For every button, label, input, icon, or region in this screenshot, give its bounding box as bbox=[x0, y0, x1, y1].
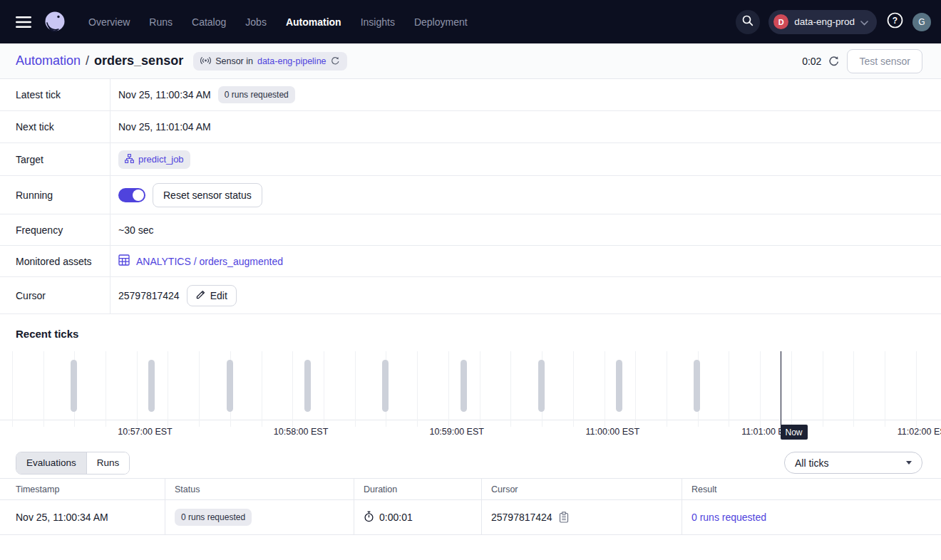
nav-item-catalog[interactable]: Catalog bbox=[192, 16, 226, 28]
column-header-status: Status bbox=[165, 479, 354, 499]
frequency-label: Frequency bbox=[0, 214, 110, 245]
chart-gridline bbox=[324, 351, 324, 427]
cursor-label: Cursor bbox=[0, 277, 110, 313]
running-toggle[interactable] bbox=[118, 188, 145, 202]
help-icon: ? bbox=[887, 12, 903, 31]
chart-axis-label: 10:59:00 EST bbox=[429, 427, 483, 437]
chart-gridline bbox=[823, 351, 823, 427]
chart-gridline bbox=[667, 351, 667, 427]
sensor-signal-icon bbox=[200, 55, 211, 68]
deployment-switcher[interactable]: D data-eng-prod bbox=[768, 10, 877, 34]
tab-evaluations[interactable]: Evaluations bbox=[16, 452, 86, 474]
table-header-row: Timestamp Status Duration Cursor Result bbox=[0, 479, 941, 500]
target-job-name: predict_job bbox=[138, 154, 184, 165]
chart-gridline bbox=[355, 351, 356, 427]
nav-item-automation[interactable]: Automation bbox=[286, 16, 341, 28]
tick-bar[interactable] bbox=[382, 360, 389, 412]
target-label: Target bbox=[0, 143, 110, 175]
chart-gridline bbox=[916, 351, 917, 427]
target-row: Target predict_job bbox=[0, 143, 941, 176]
nav-item-jobs[interactable]: Jobs bbox=[245, 16, 267, 28]
row-timestamp: Nov 25, 11:00:34 AM bbox=[0, 500, 165, 534]
chart-gridline bbox=[791, 351, 792, 427]
tick-bar[interactable] bbox=[461, 360, 467, 412]
column-header-timestamp: Timestamp bbox=[0, 479, 165, 499]
reload-location-icon[interactable] bbox=[331, 56, 340, 66]
chart-gridline bbox=[729, 351, 729, 427]
chart-axis-label: 10:57:00 EST bbox=[118, 427, 172, 437]
tick-bar[interactable] bbox=[304, 360, 311, 412]
frequency-value: ~30 sec bbox=[118, 224, 153, 236]
nav-item-overview[interactable]: Overview bbox=[88, 16, 130, 28]
tick-bar[interactable] bbox=[71, 360, 77, 412]
code-location-link[interactable]: data-eng-pipeline bbox=[257, 56, 326, 66]
breadcrumb-automation-link[interactable]: Automation bbox=[16, 53, 81, 68]
search-button[interactable] bbox=[736, 10, 760, 34]
running-label: Running bbox=[0, 176, 110, 214]
edit-cursor-button[interactable]: Edit bbox=[187, 285, 237, 306]
chart-axis-line bbox=[0, 420, 941, 420]
table-row: Nov 25, 11:00:34 AM 0 runs requested 0:0… bbox=[0, 500, 941, 535]
chart-axis-label: 10:58:00 EST bbox=[274, 427, 328, 437]
latest-tick-row: Latest tick Nov 25, 11:00:34 AM 0 runs r… bbox=[0, 79, 941, 111]
dagster-logo-icon[interactable] bbox=[41, 9, 68, 36]
stopwatch-icon bbox=[364, 511, 374, 524]
row-status-tag: 0 runs requested bbox=[175, 509, 252, 526]
column-header-duration: Duration bbox=[354, 479, 482, 499]
chart-gridline bbox=[168, 351, 168, 427]
evaluations-toolbar: Evaluations Runs All ticks bbox=[0, 439, 941, 478]
tab-runs[interactable]: Runs bbox=[86, 452, 130, 474]
chart-gridline bbox=[853, 351, 854, 427]
tick-filter-select[interactable]: All ticks bbox=[784, 452, 922, 474]
nav-item-deployment[interactable]: Deployment bbox=[414, 16, 468, 28]
monitored-asset-link[interactable]: ANALYTICS / orders_augmented bbox=[118, 254, 283, 268]
row-duration: 0:00:01 bbox=[379, 512, 413, 523]
chart-gridline bbox=[760, 351, 761, 427]
latest-tick-label: Latest tick bbox=[0, 79, 110, 110]
tick-bar[interactable] bbox=[694, 360, 700, 412]
nav-item-insights[interactable]: Insights bbox=[361, 16, 395, 28]
nav-item-runs[interactable]: Runs bbox=[149, 16, 173, 28]
monitored-assets-row: Monitored assets ANALYTICS / orders_augm… bbox=[0, 246, 941, 277]
next-tick-row: Next tick Nov 25, 11:01:04 AM bbox=[0, 111, 941, 143]
refresh-countdown: 0:02 bbox=[802, 56, 821, 67]
now-marker-label: Now bbox=[781, 425, 808, 440]
column-header-cursor: Cursor bbox=[482, 479, 682, 499]
cursor-row: Cursor 25797817424 Edit bbox=[0, 277, 941, 314]
job-icon bbox=[125, 154, 134, 165]
chart-gridline bbox=[480, 351, 480, 427]
chart-gridline bbox=[199, 351, 200, 427]
chart-gridline bbox=[262, 351, 262, 427]
caret-down-icon bbox=[906, 461, 912, 465]
row-result-link[interactable]: 0 runs requested bbox=[691, 512, 766, 523]
chart-axis-label: 11:02:00 EST bbox=[898, 427, 941, 437]
latest-tick-status-tag: 0 runs requested bbox=[218, 86, 295, 103]
user-avatar[interactable]: G bbox=[912, 13, 931, 31]
cursor-value: 25797817424 bbox=[118, 290, 180, 301]
tick-bar[interactable] bbox=[538, 360, 545, 412]
chart-gridline bbox=[885, 351, 885, 427]
tick-filter-value: All ticks bbox=[795, 457, 828, 469]
refresh-icon[interactable] bbox=[828, 56, 840, 67]
tick-bar[interactable] bbox=[227, 360, 233, 412]
copy-clipboard-icon[interactable] bbox=[559, 512, 569, 523]
help-button[interactable]: ? bbox=[885, 13, 904, 31]
deployment-status-badge: D bbox=[773, 14, 788, 29]
asset-table-icon bbox=[118, 254, 130, 268]
chart-gridline bbox=[12, 351, 13, 427]
page-header: Automation / orders_sensor Sensor in dat… bbox=[0, 43, 941, 79]
tick-bar[interactable] bbox=[148, 360, 155, 412]
test-sensor-button[interactable]: Test sensor bbox=[847, 49, 922, 73]
reset-sensor-status-button[interactable]: Reset sensor status bbox=[153, 183, 262, 207]
nav-links: Overview Runs Catalog Jobs Automation In… bbox=[88, 16, 468, 28]
pencil-icon bbox=[196, 290, 205, 301]
chart-gridline bbox=[417, 351, 418, 427]
menu-icon[interactable] bbox=[13, 11, 34, 33]
target-job-tag[interactable]: predict_job bbox=[118, 150, 190, 169]
chart-gridline bbox=[448, 351, 449, 427]
tick-bar[interactable] bbox=[616, 360, 622, 412]
edit-button-label: Edit bbox=[210, 290, 227, 301]
chart-gridline bbox=[292, 351, 293, 427]
column-header-result: Result bbox=[682, 479, 941, 499]
header-actions: 0:02 Test sensor bbox=[802, 49, 922, 73]
